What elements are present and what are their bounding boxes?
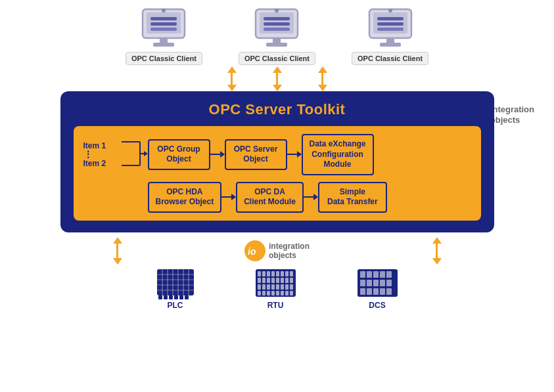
bottom-arrow-up-left — [113, 237, 122, 244]
bottom-arrow-down-right — [432, 258, 442, 265]
svg-rect-20 — [377, 28, 404, 31]
svg-rect-84 — [360, 271, 365, 278]
diagram-container: OPC Classic Client OPC Classic Client — [0, 0, 554, 392]
opc-group-line1: OPC Group — [156, 144, 202, 155]
data-exchange-line2: Configuration — [310, 150, 366, 160]
client-1: OPC Classic Client — [126, 7, 202, 65]
io-bottom-text: integration objects — [269, 242, 310, 261]
plc-icon — [156, 268, 195, 301]
io-text-top: integration objects — [490, 104, 534, 125]
arrow-up-1 — [227, 66, 237, 73]
io-bottom-line2: objects — [269, 251, 310, 260]
dcs-icon — [356, 268, 399, 301]
bottom-arrows-io: io integration objects — [113, 237, 442, 265]
server-title: OPC Server Toolkit — [74, 101, 481, 118]
opc-da: OPC DA Client Module — [236, 182, 304, 213]
svg-rect-80 — [281, 291, 284, 295]
svg-rect-92 — [380, 280, 385, 286]
svg-rect-57 — [285, 271, 289, 276]
svg-rect-86 — [373, 271, 379, 278]
svg-rect-75 — [258, 291, 261, 295]
bottom-arrow-left — [113, 237, 122, 265]
simple-transfer-line2: Data Transfer — [326, 197, 379, 207]
svg-rect-11 — [264, 22, 290, 26]
item-2-label: Item 2 — [83, 159, 106, 168]
rtu-icon — [254, 268, 297, 301]
arrow-down-1 — [227, 85, 237, 91]
io-line2: objects — [490, 115, 534, 125]
svg-rect-68 — [262, 284, 265, 290]
client-3: OPC Classic Client — [352, 7, 428, 65]
svg-rect-67 — [258, 284, 261, 290]
arrow-up-2 — [273, 66, 282, 73]
svg-rect-51 — [258, 271, 261, 276]
svg-rect-78 — [271, 291, 275, 295]
top-clients-section: OPC Classic Client OPC Classic Client — [126, 7, 428, 65]
svg-rect-2 — [150, 17, 177, 20]
svg-rect-85 — [367, 271, 372, 278]
top-arrows — [227, 66, 327, 91]
svg-rect-70 — [271, 284, 275, 290]
arrow-2 — [273, 66, 282, 91]
arrow-line-2 — [276, 73, 278, 85]
svg-rect-18 — [377, 17, 404, 20]
svg-rect-93 — [386, 280, 392, 286]
svg-rect-54 — [271, 271, 275, 276]
svg-rect-71 — [276, 284, 279, 290]
dcs-device: DCS — [356, 268, 399, 310]
client-label-1: OPC Classic Client — [126, 52, 202, 65]
svg-rect-73 — [285, 284, 289, 290]
svg-point-21 — [388, 9, 392, 12]
svg-rect-77 — [267, 291, 270, 295]
bottom-arrow-line-left — [116, 244, 118, 258]
rtu-device: RTU — [254, 268, 297, 310]
opc-hda-line1: OPC HDA — [156, 187, 214, 198]
arrow-line-3 — [321, 73, 323, 85]
svg-rect-95 — [367, 288, 372, 295]
svg-rect-22 — [386, 38, 394, 43]
svg-rect-15 — [266, 43, 287, 47]
arrow-line-1 — [231, 73, 233, 85]
svg-rect-3 — [150, 22, 177, 26]
computer-icon-1 — [137, 7, 190, 49]
svg-rect-48 — [179, 295, 183, 299]
simple-transfer: Simple Data Transfer — [318, 182, 387, 213]
svg-rect-61 — [267, 278, 270, 283]
plc-label: PLC — [168, 301, 183, 310]
svg-text:io: io — [248, 246, 256, 257]
svg-rect-82 — [290, 291, 293, 295]
server-toolkit: OPC Server Toolkit Item 1 ⋮ Item 2 — [60, 91, 494, 232]
svg-rect-4 — [150, 28, 177, 31]
svg-rect-96 — [373, 288, 379, 295]
bottom-arrow-up-right — [432, 237, 442, 244]
svg-rect-49 — [185, 295, 189, 299]
svg-rect-81 — [285, 291, 289, 295]
svg-rect-88 — [386, 271, 392, 278]
client-label-2: OPC Classic Client — [239, 52, 315, 65]
computer-icon-3 — [364, 7, 417, 49]
io-logo-bottom: io integration objects — [244, 240, 310, 261]
components-row-2: OPC HDA Browser Object OPC DA Client Mod… — [83, 182, 471, 213]
arrow-down-3 — [318, 85, 327, 91]
items-column: Item 1 ⋮ Item 2 — [83, 141, 122, 168]
svg-rect-58 — [290, 271, 293, 276]
components-area: Item 1 ⋮ Item 2 — [74, 126, 481, 221]
items-dots: ⋮ — [83, 151, 93, 158]
svg-rect-94 — [360, 288, 365, 295]
data-exchange-line1: Data eXchange — [310, 139, 366, 150]
svg-rect-98 — [386, 288, 392, 295]
io-line1: integration — [490, 104, 534, 115]
svg-rect-14 — [273, 38, 281, 43]
svg-rect-47 — [174, 295, 178, 299]
svg-rect-50 — [256, 269, 296, 297]
svg-rect-89 — [360, 280, 365, 286]
svg-rect-97 — [380, 288, 385, 295]
svg-rect-23 — [380, 43, 401, 47]
bottom-devices: PLC — [156, 268, 399, 310]
svg-rect-19 — [377, 22, 404, 26]
connector-1 — [210, 151, 225, 158]
computer-icon-2 — [250, 7, 303, 49]
svg-rect-7 — [153, 43, 174, 47]
svg-rect-66 — [290, 278, 293, 283]
connector-4 — [304, 194, 318, 200]
